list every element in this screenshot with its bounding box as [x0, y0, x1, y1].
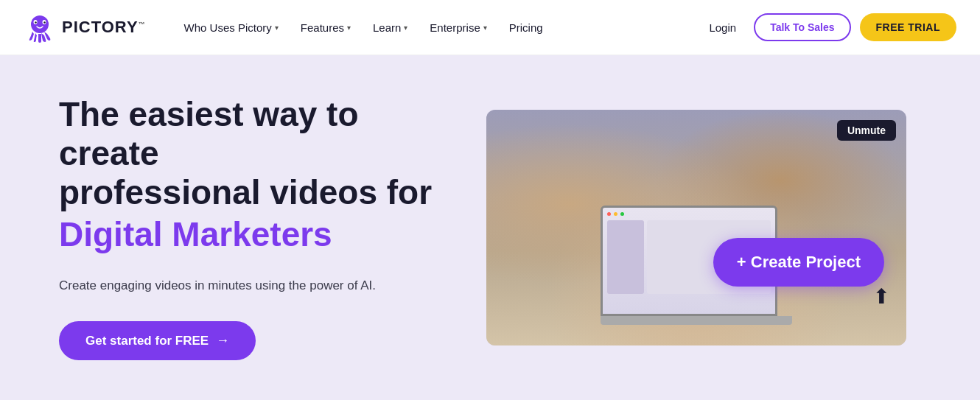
nav-links: Who Uses Pictory ▾ Features ▾ Learn ▾ En… — [175, 15, 701, 40]
nav-features[interactable]: Features ▾ — [292, 15, 360, 40]
svg-point-3 — [35, 21, 36, 23]
nav-who-uses[interactable]: Who Uses Pictory ▾ — [175, 15, 287, 40]
chevron-down-icon: ▾ — [404, 24, 407, 32]
screen-sidebar — [607, 220, 644, 294]
create-project-button[interactable]: + Create Project — [713, 238, 884, 287]
chevron-down-icon: ▾ — [347, 24, 351, 32]
svg-point-0 — [31, 15, 49, 33]
screen-dot-green — [620, 212, 624, 216]
screen-dot-yellow — [614, 212, 617, 216]
nav-pricing[interactable]: Pricing — [500, 15, 552, 40]
logo[interactable]: PICTORY™ — [24, 11, 146, 43]
hero-headline-colored: Digital Marketers — [59, 214, 442, 255]
hero-right: Unmute + Create Project ⬆ — [486, 110, 906, 345]
logo-text: PICTORY™ — [62, 18, 146, 37]
cursor-icon: ⬆ — [873, 284, 890, 309]
hero-headline: The easiest way to create professional v… — [59, 95, 442, 212]
laptop-base — [601, 316, 792, 325]
free-trial-button[interactable]: FREE TRIAL — [860, 13, 956, 41]
hero-section: The easiest way to create professional v… — [0, 55, 980, 400]
screen-header — [607, 212, 771, 216]
screen-dot-red — [607, 212, 611, 216]
nav-actions: Login Talk To Sales FREE TRIAL — [700, 13, 956, 41]
video-container: Unmute + Create Project ⬆ — [486, 110, 906, 345]
logo-icon — [24, 11, 56, 43]
hero-left: The easiest way to create professional v… — [59, 95, 442, 360]
unmute-button[interactable]: Unmute — [837, 120, 896, 141]
arrow-icon: → — [216, 333, 229, 348]
nav-enterprise[interactable]: Enterprise ▾ — [421, 15, 495, 40]
chevron-down-icon: ▾ — [275, 24, 279, 32]
hero-subtext: Create engaging videos in minutes using … — [59, 276, 442, 295]
talk-to-sales-button[interactable]: Talk To Sales — [754, 13, 850, 41]
nav-learn[interactable]: Learn ▾ — [364, 15, 416, 40]
navbar: PICTORY™ Who Uses Pictory ▾ Features ▾ L… — [0, 0, 980, 55]
login-button[interactable]: Login — [700, 15, 745, 40]
cta-button[interactable]: Get started for FREE → — [59, 321, 256, 360]
svg-point-4 — [43, 21, 45, 23]
chevron-down-icon: ▾ — [483, 24, 487, 32]
